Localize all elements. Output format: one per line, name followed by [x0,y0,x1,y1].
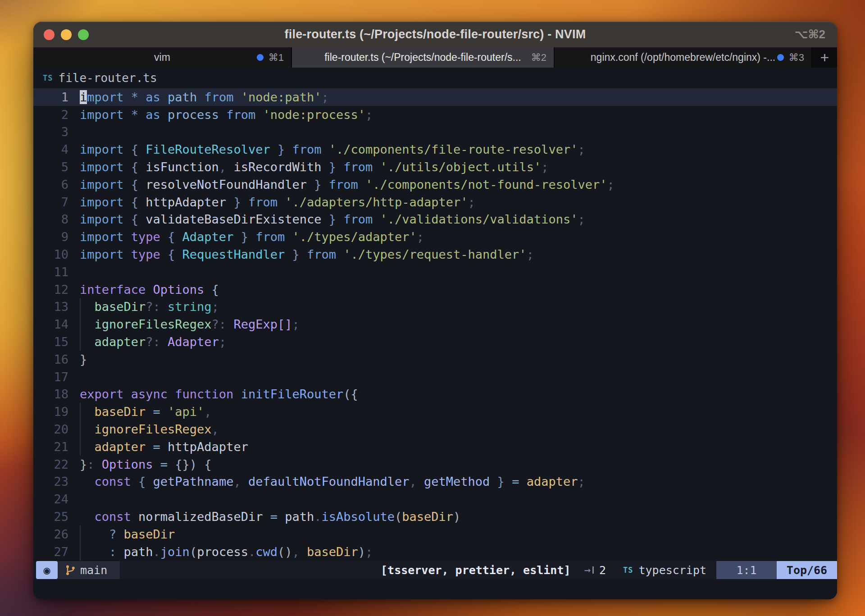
indent-guide [80,333,81,351]
tab-3[interactable]: nginx.conf (/opt/homebrew/etc/nginx) -..… [555,47,812,68]
line-number: 24 [33,492,68,506]
code-text: } [68,352,87,366]
indent-width: 2 [599,564,606,577]
indent-guide [80,438,81,456]
code-line-9[interactable]: 9import type { Adapter } from './types/a… [33,228,837,246]
line-number: 26 [33,527,68,541]
window-title-bar[interactable]: file-router.ts (~/Projects/node-file-rou… [33,22,837,47]
code-line-5[interactable]: 5import { isFunction, isRecordWith } fro… [33,158,837,176]
line-number: 23 [33,475,68,488]
traffic-lights [44,22,89,47]
statusline-right: [tsserver, prettier, eslint] → 2 TS type… [381,561,837,579]
code-line-13[interactable]: 13 baseDir?: string; [33,298,837,316]
line-number: 13 [33,300,68,314]
code-line-19[interactable]: 19 baseDir = 'api', [33,403,837,420]
code-text: interface Options { [68,283,219,297]
line-number: 10 [33,247,68,261]
line-number: 11 [33,265,68,279]
line-number: 2 [33,108,68,122]
code-line-6[interactable]: 6import { resolveNotFoundHandler } from … [33,176,837,193]
code-text: import * as process from 'node:process'; [68,108,373,122]
mode-icon: ◉ [43,564,50,577]
code-text: import { httpAdapter } from './adapters/… [68,195,475,209]
code-line-17[interactable]: 17 [33,368,837,386]
minimize-button[interactable] [61,29,72,40]
code-line-10[interactable]: 10import type { RequestHandler } from '.… [33,246,837,263]
code-text: import type { Adapter } from './types/ad… [68,230,424,244]
code-line-7[interactable]: 7import { httpAdapter } from './adapters… [33,193,837,211]
cursor-block: i [80,90,87,104]
line-number: 8 [33,212,68,226]
mode-indicator: ◉ [36,561,58,579]
code-line-20[interactable]: 20 ignoreFilesRegex, [33,420,837,438]
code-text: ignoreFilesRegex?: RegExp[]; [68,317,300,331]
code-line-23[interactable]: 23 const { getPathname, defaultNotFoundH… [33,473,837,491]
scroll-position: Top/66 [777,561,837,579]
code-line-18[interactable]: 18export async function initFileRouter({ [33,386,837,403]
new-tab-button[interactable]: + [812,47,837,68]
indent-guide [80,298,81,316]
code-text: }: Options = {}) { [68,457,212,471]
code-line-8[interactable]: 8import { validateBaseDirExistence } fro… [33,211,837,228]
desktop: { "window": { "title": "file-router.ts (… [0,0,865,616]
winbar-filename: file-router.ts [58,71,157,85]
line-number: 22 [33,457,68,471]
code-line-14[interactable]: 14 ignoreFilesRegex?: RegExp[]; [33,315,837,333]
code-line-27[interactable]: 27 : path.join(process.cwd(), baseDir); [33,543,837,561]
code-text: import * as path from 'node:path'; [68,90,329,104]
code-text: adapter = httpAdapter [68,440,248,454]
line-number: 5 [33,160,68,174]
git-branch-segment: main [58,561,120,579]
line-number: 14 [33,317,68,331]
zoom-button[interactable] [78,29,89,40]
code-text: import { FileRouteResolver } from './com… [68,142,585,156]
line-number: 18 [33,387,68,401]
indent-guide [80,543,81,561]
status-line: ◉ main [tsserver, prettier, eslint] → 2 [33,561,837,579]
code-line-16[interactable]: 16} [33,351,837,368]
line-number: 3 [33,125,68,139]
code-line-25[interactable]: 25 const normalizedBaseDir = path.isAbso… [33,508,837,525]
code-text: ignoreFilesRegex, [68,422,219,436]
code-line-3[interactable]: 3 [33,123,837,141]
code-line-24[interactable]: 24 [33,490,837,508]
typescript-icon: TS [43,73,53,82]
code-line-26[interactable]: 26 ? baseDir [33,525,837,543]
code-line-2[interactable]: 2import * as process from 'node:process'… [33,106,837,123]
line-number: 4 [33,142,68,156]
code-line-1[interactable]: 1import * as path from 'node:path'; [33,88,837,106]
code-line-15[interactable]: 15 adapter?: Adapter; [33,333,837,351]
code-text: import { isFunction, isRecordWith } from… [68,160,548,174]
code-text: : path.join(process.cwd(), baseDir); [68,545,373,559]
code-text: const normalizedBaseDir = path.isAbsolut… [68,510,460,524]
window-title: file-router.ts (~/Projects/node-file-rou… [285,27,586,41]
line-number: 16 [33,352,68,366]
filetype-name: typescript [638,564,706,577]
code-line-22[interactable]: 22}: Options = {}) { [33,456,837,473]
indent-guide [80,403,81,420]
line-number: 19 [33,405,68,419]
tab-bar: vim⌘1file-router.ts (~/Projects/node-fil… [33,47,837,68]
code-line-11[interactable]: 11 [33,263,837,281]
code-text: import type { RequestHandler } from './t… [68,247,534,261]
line-number: 9 [33,230,68,244]
tab-2[interactable]: file-router.ts (~/Projects/node-file-rou… [292,47,555,68]
close-button[interactable] [44,29,55,40]
code-text: import { resolveNotFoundHandler } from '… [68,178,615,192]
indent-guide [80,420,81,438]
code-text: baseDir = 'api', [68,405,212,419]
terminal-window: file-router.ts (~/Projects/node-file-rou… [33,22,837,599]
code-text: import { validateBaseDirExistence } from… [68,212,585,226]
line-number: 12 [33,283,68,297]
activity-dot-icon [257,54,264,61]
code-line-12[interactable]: 12interface Options { [33,281,837,298]
code-line-4[interactable]: 4import { FileRouteResolver } from './co… [33,141,837,158]
code-line-21[interactable]: 21 adapter = httpAdapter [33,438,837,456]
lsp-servers: [tsserver, prettier, eslint] [381,561,570,579]
tab-adornments: ⌘2 [531,52,546,64]
tab-1[interactable]: vim⌘1 [33,47,292,68]
cursor-position: 1:1 [716,561,777,579]
line-number: 7 [33,195,68,209]
line-number: 21 [33,440,68,454]
code-text: export async function initFileRouter({ [68,387,358,401]
